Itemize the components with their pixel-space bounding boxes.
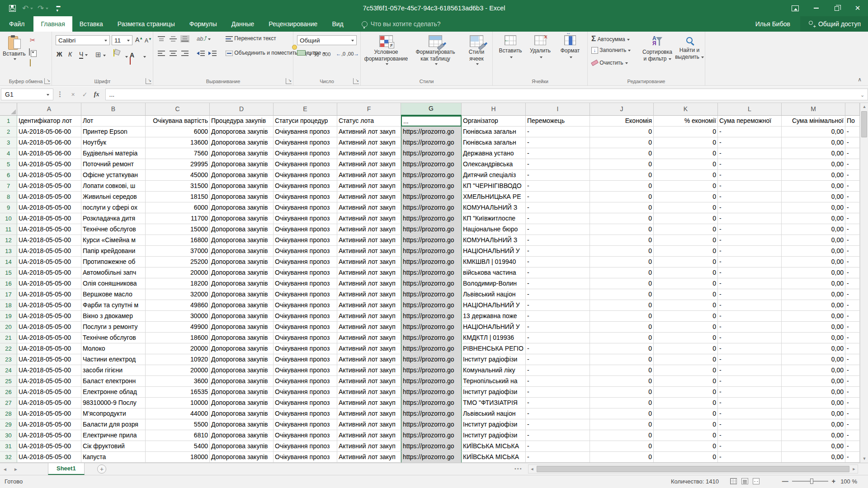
cell-H16[interactable]: Володимир-Волин (462, 278, 526, 289)
cell-G27[interactable]: https://prozorro.go (401, 398, 462, 408)
cell-F30[interactable]: Активний лот закуп (337, 430, 401, 441)
minimize-button[interactable] (806, 0, 826, 16)
font-family-combo[interactable]: Calibri (56, 35, 110, 45)
format-cells-button[interactable]: ↔ Формат (556, 35, 584, 59)
font-size-combo[interactable]: 11 (112, 35, 132, 45)
cell-G4[interactable]: https://prozorro.go (401, 148, 462, 159)
cell-B29[interactable]: Баласти для розря (81, 419, 146, 430)
cell-E27[interactable]: Очікування пропоз (274, 398, 337, 408)
cell-L7[interactable]: - (718, 181, 782, 192)
cell-A11[interactable]: UA-2018-05-05-00 (17, 224, 81, 235)
cell-G3[interactable]: https://prozorro.go (401, 137, 462, 148)
cell-C29[interactable]: 5500 (146, 419, 210, 430)
cell-N20[interactable]: - (845, 322, 860, 333)
cell-L29[interactable]: - (718, 419, 782, 430)
cell-L4[interactable]: - (718, 148, 782, 159)
alignment-dialog-launcher[interactable]: ↘ (286, 78, 292, 84)
cell-H5[interactable]: Олександрівська (462, 159, 526, 170)
cell-G28[interactable]: https://prozorro.go (401, 408, 462, 419)
cell-F8[interactable]: Активний лот закуп (337, 192, 401, 202)
autosum-button[interactable]: Σ Автосумма (591, 34, 630, 43)
cell-J31[interactable]: 0 (590, 441, 654, 452)
percent-style-button[interactable]: % (313, 51, 319, 58)
row-header-32[interactable]: 32 (0, 452, 17, 463)
cell-A23[interactable]: UA-2018-05-05-00 (17, 354, 81, 365)
cell-G14[interactable]: https://prozorro.go (401, 257, 462, 267)
cell-G20[interactable]: https://prozorro.go (401, 322, 462, 333)
cell-M9[interactable]: 0,00 (782, 202, 845, 213)
cell-B5[interactable]: Поточний ремонт (81, 159, 146, 170)
cell-E26[interactable]: Очікування пропоз (274, 387, 337, 398)
cell-M24[interactable]: 0,00 (782, 365, 845, 376)
row-header-3[interactable]: 3 (0, 137, 17, 148)
cell-B9[interactable]: послуги у сфері ох (81, 202, 146, 213)
cell-G21[interactable]: https://prozorro.go (401, 333, 462, 343)
cell-D2[interactable]: Допорогова закупів (210, 127, 274, 137)
cell-H7[interactable]: КП "ЧЕРНІГІВВОДО (462, 181, 526, 192)
cell-C14[interactable]: 25200 (146, 257, 210, 267)
cell-A9[interactable]: UA-2018-05-05-00 (17, 202, 81, 213)
cell-A30[interactable]: UA-2018-05-05-00 (17, 430, 81, 441)
cell-A32[interactable]: UA-2018-05-05-00 (17, 452, 81, 463)
cell-J8[interactable]: 0 (590, 192, 654, 202)
cell-L16[interactable]: - (718, 278, 782, 289)
cell-M4[interactable]: 0,00 (782, 148, 845, 159)
cell-G2[interactable]: https://prozorro.go (401, 127, 462, 137)
cell-A10[interactable]: UA-2018-05-05-00 (17, 213, 81, 224)
cell-K32[interactable]: 0 (654, 452, 718, 463)
cell-E28[interactable]: Очікування пропоз (274, 408, 337, 419)
cell-B2[interactable]: Принтер Epson (81, 127, 146, 137)
cell-K26[interactable]: 0 (654, 387, 718, 398)
cell-I17[interactable]: - (526, 289, 590, 300)
cell-F3[interactable]: Активний лот закуп (337, 137, 401, 148)
cell-L31[interactable]: - (718, 441, 782, 452)
format-painter-button[interactable] (30, 60, 31, 66)
cell-E32[interactable]: Очікування пропоз (274, 452, 337, 463)
cell-I28[interactable]: - (526, 408, 590, 419)
cell-D7[interactable]: Допорогова закупів (210, 181, 274, 192)
cell-M6[interactable]: 0,00 (782, 170, 845, 181)
cell-B12[interactable]: Курси «Сімейна м (81, 235, 146, 246)
cell-A19[interactable]: UA-2018-05-05-00 (17, 311, 81, 322)
row-header-20[interactable]: 20 (0, 322, 17, 333)
insert-cells-button[interactable]: ← Вставить (496, 35, 524, 59)
cell-A18[interactable]: UA-2018-05-05-00 (17, 300, 81, 311)
cell-L15[interactable]: - (718, 267, 782, 278)
new-sheet-button[interactable]: + (97, 465, 106, 474)
cell-D9[interactable]: Допорогова закупів (210, 202, 274, 213)
decrease-indent-button[interactable] (197, 51, 205, 56)
cell-N12[interactable]: - (845, 235, 860, 246)
cell-M3[interactable]: 0,00 (782, 137, 845, 148)
cell-M31[interactable]: 0,00 (782, 441, 845, 452)
cell-H12[interactable]: КОМУНАЛЬНИЙ З (462, 235, 526, 246)
cell-G22[interactable]: https://prozorro.go (401, 343, 462, 354)
cell-B24[interactable]: засоби гігієни (81, 365, 146, 376)
cell-A4[interactable]: UA-2018-05-06-00 (17, 148, 81, 159)
cell-H14[interactable]: КМКШВЛ | 019940 (462, 257, 526, 267)
cell-H1[interactable]: Організатор (462, 116, 526, 127)
cell-D1[interactable]: Процедура закупів (210, 116, 274, 127)
cell-G6[interactable]: https://prozorro.go (401, 170, 462, 181)
row-header-15[interactable]: 15 (0, 267, 17, 278)
cell-B28[interactable]: М’ясопродукти (81, 408, 146, 419)
cell-G9[interactable]: https://prozorro.go (401, 202, 462, 213)
cell-I5[interactable]: - (526, 159, 590, 170)
cell-I8[interactable]: - (526, 192, 590, 202)
bold-button[interactable]: Ж (57, 51, 62, 58)
cell-E22[interactable]: Очікування пропоз (274, 343, 337, 354)
cell-C27[interactable]: 10000 (146, 398, 210, 408)
font-color-button[interactable]: А (130, 52, 134, 64)
cell-K20[interactable]: 0 (654, 322, 718, 333)
cell-I18[interactable]: - (526, 300, 590, 311)
cell-H23[interactable]: Інститут радіофізи (462, 354, 526, 365)
cell-M27[interactable]: 0,00 (782, 398, 845, 408)
zoom-level[interactable]: 100 % (839, 478, 857, 485)
cell-C1[interactable]: Очікувана вартість (146, 116, 210, 127)
cell-G7[interactable]: https://prozorro.go (401, 181, 462, 192)
orientation-button[interactable]: ab⤴ (197, 35, 211, 42)
cell-J32[interactable]: 0 (590, 452, 654, 463)
expand-formula-bar-button[interactable]: ⌄ (857, 89, 868, 100)
normal-view-icon[interactable] (730, 478, 737, 484)
cell-J2[interactable]: 0 (590, 127, 654, 137)
cell-K11[interactable]: 0 (654, 224, 718, 235)
